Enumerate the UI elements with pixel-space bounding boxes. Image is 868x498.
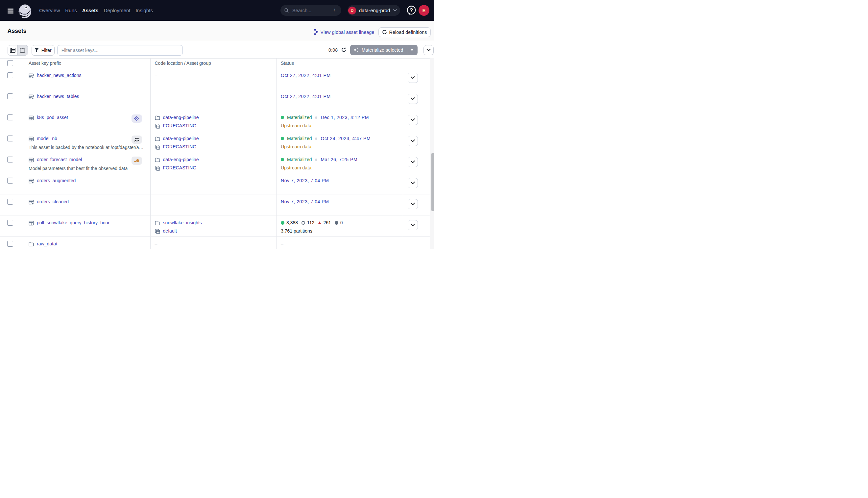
svg-text:?: ?	[410, 7, 413, 13]
